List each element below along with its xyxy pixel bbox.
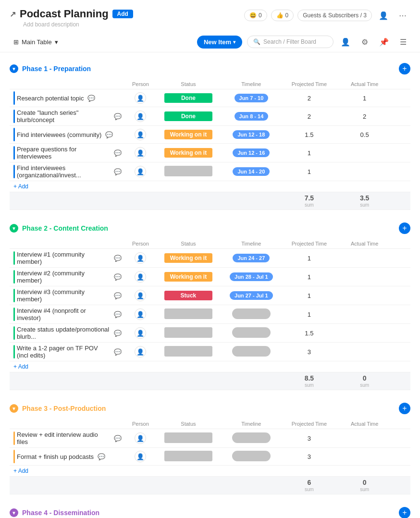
item-name-text[interactable]: Create "launch series" blurb/concept bbox=[17, 109, 110, 123]
add-phase-item-button-2[interactable]: + bbox=[399, 222, 410, 234]
timeline-badge[interactable]: Jun 14 - 20 bbox=[233, 167, 270, 176]
phase-toggle-2[interactable]: ▼ bbox=[10, 224, 18, 233]
projected-time-value[interactable]: 3 bbox=[282, 448, 337, 466]
status-badge[interactable]: Working on it bbox=[164, 130, 212, 139]
person-avatar[interactable]: 👤 bbox=[135, 346, 146, 358]
reactions-button[interactable]: 😃 0 bbox=[244, 10, 267, 21]
add-phase-item-button-3[interactable]: + bbox=[399, 403, 410, 414]
item-name-text[interactable]: Find interviewees (organizational/invest… bbox=[17, 164, 110, 179]
item-name-text[interactable]: Create status update/promotional blurb..… bbox=[17, 326, 110, 340]
item-name-text[interactable]: Write a 1-2 pager on TF POV (incl edits) bbox=[17, 345, 110, 359]
person-avatar[interactable]: 👤 bbox=[135, 147, 146, 159]
timeline-empty[interactable] bbox=[232, 346, 271, 357]
projected-time-value[interactable]: 1 bbox=[282, 305, 337, 324]
actual-time-value[interactable] bbox=[337, 286, 392, 305]
add-phase-item-button-1[interactable]: + bbox=[399, 63, 410, 74]
actual-time-value[interactable] bbox=[337, 324, 392, 343]
status-badge[interactable]: Working on it bbox=[164, 253, 212, 263]
comment-icon[interactable]: 💬 bbox=[114, 435, 122, 442]
person-avatar[interactable]: 👤 bbox=[135, 327, 146, 339]
timeline-empty[interactable] bbox=[232, 451, 271, 461]
item-name-text[interactable]: Interview #1 (community member) bbox=[17, 251, 110, 265]
item-name-text[interactable]: Review + edit interview audio files bbox=[17, 431, 110, 445]
item-name-text[interactable]: Interview #2 (community member) bbox=[17, 270, 110, 284]
person-avatar[interactable]: 👤 bbox=[135, 129, 146, 140]
add-item-label[interactable]: + Add bbox=[10, 466, 410, 477]
person-filter-button[interactable]: 👤 bbox=[338, 35, 353, 49]
timeline-badge[interactable]: Jun 12 - 18 bbox=[233, 130, 270, 139]
timeline-badge[interactable]: Jun 28 - Jul 1 bbox=[230, 272, 273, 281]
share-icon[interactable]: ↗ bbox=[10, 10, 16, 19]
phase-toggle-1[interactable]: ▼ bbox=[10, 64, 18, 73]
comment-icon[interactable]: 💬 bbox=[114, 113, 122, 120]
board-description[interactable]: Add board description bbox=[23, 21, 133, 28]
comment-icon[interactable]: 💬 bbox=[98, 453, 105, 460]
timeline-badge[interactable]: Jun 8 - 14 bbox=[235, 112, 269, 121]
person-avatar[interactable]: 👤 bbox=[135, 111, 146, 122]
item-name-text[interactable]: Prepare questions for interviewees bbox=[17, 146, 110, 160]
projected-time-value[interactable]: 1 bbox=[282, 268, 337, 286]
search-box[interactable]: 🔍 Search / Filter Board bbox=[247, 36, 334, 48]
more-options-button[interactable]: ⋯ bbox=[395, 8, 410, 23]
status-badge[interactable]: Done bbox=[164, 93, 212, 103]
actual-time-value[interactable] bbox=[337, 429, 392, 448]
person-avatar[interactable]: 👤 bbox=[135, 308, 146, 320]
status-badge[interactable]: Working on it bbox=[164, 272, 212, 282]
actual-time-value[interactable] bbox=[337, 305, 392, 324]
timeline-badge[interactable]: Jun 27 - Jul 1 bbox=[230, 291, 273, 300]
item-name-text[interactable]: Interview #3 (community member) bbox=[17, 288, 110, 303]
actual-time-value[interactable]: 0.5 bbox=[337, 126, 392, 144]
timeline-badge[interactable]: Jun 24 - 27 bbox=[233, 254, 270, 262]
comment-icon[interactable]: 💬 bbox=[87, 95, 95, 102]
filter-button[interactable]: ☰ bbox=[396, 35, 410, 49]
actual-time-value[interactable]: 1 bbox=[337, 89, 392, 107]
add-row[interactable]: + Add bbox=[10, 466, 410, 477]
comments-button[interactable]: 👍 0 bbox=[271, 10, 294, 21]
item-name-text[interactable]: Research potential topic bbox=[17, 95, 84, 102]
projected-time-value[interactable]: 2 bbox=[282, 107, 337, 126]
person-avatar[interactable]: 👤 bbox=[135, 290, 146, 301]
status-empty[interactable] bbox=[164, 166, 212, 176]
item-name-text[interactable]: Format + finish up podcasts bbox=[17, 453, 94, 460]
projected-time-value[interactable]: 1 bbox=[282, 162, 337, 181]
comment-icon[interactable]: 💬 bbox=[114, 348, 122, 356]
settings-button[interactable]: ⚙ bbox=[358, 35, 372, 49]
comment-icon[interactable]: 💬 bbox=[114, 273, 122, 281]
timeline-badge[interactable]: Jun 12 - 16 bbox=[233, 148, 270, 157]
comment-icon[interactable]: 💬 bbox=[114, 149, 122, 157]
add-item-label[interactable]: + Add bbox=[10, 181, 410, 192]
comment-icon[interactable]: 💬 bbox=[114, 311, 122, 318]
phase-toggle-4[interactable]: ▼ bbox=[10, 508, 18, 517]
timeline-empty[interactable] bbox=[232, 432, 271, 443]
comment-icon[interactable]: 💬 bbox=[114, 330, 122, 337]
actual-time-value[interactable] bbox=[337, 268, 392, 286]
actual-time-value[interactable] bbox=[337, 249, 392, 268]
status-empty[interactable] bbox=[164, 346, 212, 357]
projected-time-value[interactable]: 1 bbox=[282, 144, 337, 162]
actual-time-value[interactable] bbox=[337, 343, 392, 361]
projected-time-value[interactable]: 3 bbox=[282, 343, 337, 361]
projected-time-value[interactable]: 1 bbox=[282, 249, 337, 268]
person-avatar[interactable]: 👤 bbox=[135, 432, 146, 444]
comment-icon[interactable]: 💬 bbox=[114, 292, 122, 299]
add-row[interactable]: + Add bbox=[10, 181, 410, 192]
timeline-empty[interactable] bbox=[232, 308, 271, 319]
person-avatar[interactable]: 👤 bbox=[135, 92, 146, 104]
actual-time-value[interactable] bbox=[337, 162, 392, 181]
projected-time-value[interactable]: 2 bbox=[282, 89, 337, 107]
guests-button[interactable]: Guests & Subscribers / 3 bbox=[297, 10, 372, 21]
projected-time-value[interactable]: 1.5 bbox=[282, 126, 337, 144]
add-button[interactable]: Add bbox=[112, 10, 133, 18]
comment-icon[interactable]: 💬 bbox=[114, 168, 122, 175]
pin-button[interactable]: 📌 bbox=[377, 35, 391, 49]
main-table-selector[interactable]: ⊞ Main Table ▾ bbox=[10, 37, 62, 48]
status-empty[interactable] bbox=[164, 432, 212, 443]
actual-time-value[interactable] bbox=[337, 448, 392, 466]
timeline-badge[interactable]: Jun 7 - 10 bbox=[235, 94, 269, 102]
person-avatar[interactable]: 👤 bbox=[135, 271, 146, 283]
status-empty[interactable] bbox=[164, 327, 212, 338]
projected-time-value[interactable]: 1.5 bbox=[282, 324, 337, 343]
projected-time-value[interactable]: 1 bbox=[282, 286, 337, 305]
add-phase-item-button-4[interactable]: + bbox=[399, 507, 410, 518]
person-avatar[interactable]: 👤 bbox=[135, 166, 146, 177]
